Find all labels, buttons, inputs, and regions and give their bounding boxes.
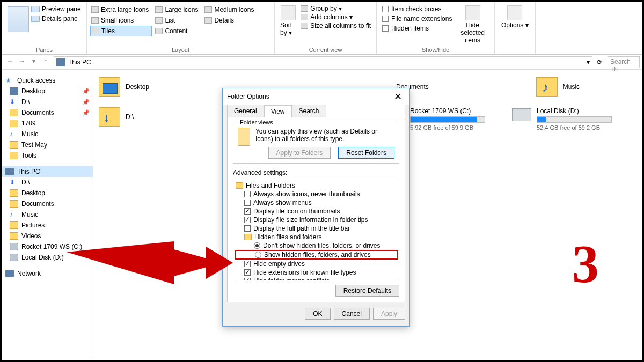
folder-views-group: Folder views You can apply this view (su… (233, 123, 399, 164)
tree-display-file-size[interactable]: Display file size information in folder … (235, 216, 398, 224)
sidebar-pc-d[interactable]: ⬇D:\ (2, 177, 93, 188)
folder-desktop[interactable]: Desktop (99, 77, 149, 97)
tree-always-icons[interactable]: Always show icons, never thumbnails (235, 190, 398, 198)
tree-full-path[interactable]: Display the full path in the title bar (235, 224, 398, 233)
add-columns-button[interactable]: Add columns ▾ (301, 13, 371, 21)
search-input[interactable]: Search Th (608, 56, 640, 68)
sidebar-pc-desktop[interactable]: Desktop (2, 188, 93, 198)
tree-always-menus[interactable]: Always show menus (235, 198, 398, 207)
tree-show-hidden[interactable]: Show hidden files, folders, and drives (235, 250, 398, 260)
preview-pane-button[interactable]: Preview pane (31, 5, 81, 13)
tab-search[interactable]: Search (292, 105, 326, 117)
folder-views-legend: Folder views (238, 119, 275, 125)
sidebar-item-tools[interactable]: Tools (2, 150, 93, 161)
showhide-group-label: Show/hide (380, 46, 491, 53)
ribbon-group-layout: Extra large icons Large icons Medium ico… (87, 2, 275, 54)
layout-content[interactable]: Content (154, 26, 201, 36)
apply-button[interactable]: Apply (373, 308, 405, 320)
size-all-columns-button[interactable]: Size all columns to fit (301, 22, 371, 29)
sidebar-item-testmay[interactable]: Test May (2, 139, 93, 150)
file-ext-check[interactable]: File name extensions (382, 15, 452, 23)
sidebar-nav: ★Quick access Desktop📌 ⬇D:\📌 Documents📌 … (2, 70, 93, 360)
layout-group-label: Layout (90, 46, 271, 53)
hide-selected-button[interactable]: Hide selected items (454, 4, 491, 45)
sidebar-pc-music[interactable]: ♪Music (2, 209, 93, 220)
sidebar-item-d[interactable]: ⬇D:\📌 (2, 97, 93, 107)
advanced-settings-label: Advanced settings: (233, 169, 399, 176)
sidebar-pc-pictures[interactable]: Pictures (2, 220, 93, 231)
annotation-number: 3 (572, 233, 599, 294)
tree-hidden-group: Hidden files and folders (235, 233, 398, 241)
apply-to-folders-button[interactable]: Apply to Folders (268, 147, 331, 159)
tab-view[interactable]: View (264, 105, 292, 117)
layout-list[interactable]: List (154, 15, 201, 26)
drive-c-bar (410, 116, 485, 123)
tree-hide-extensions[interactable]: Hide extensions for known file types (235, 268, 398, 277)
tree-hide-merge[interactable]: Hide folder merge conflicts (235, 277, 398, 280)
forward-button[interactable]: → (17, 57, 27, 67)
item-check-boxes-check[interactable]: Item check boxes (382, 5, 452, 13)
close-icon[interactable]: ✕ (391, 90, 405, 104)
hidden-items-check[interactable]: Hidden items (382, 25, 452, 32)
sidebar-item-desktop[interactable]: Desktop📌 (2, 86, 93, 97)
group-by-button[interactable]: Group by ▾ (301, 5, 371, 12)
drive-c[interactable]: Rocket 1709 WS (C:) 5.92 GB free of 59.9… (410, 107, 485, 131)
pin-icon: 📌 (82, 109, 90, 116)
layout-large[interactable]: Large icons (154, 4, 201, 15)
ribbon-group-panes: Preview pane Details pane Panes (2, 2, 87, 54)
svg-marker-0 (67, 241, 222, 284)
tab-general[interactable]: General (227, 105, 264, 117)
sidebar-quick-access[interactable]: ★Quick access (2, 75, 93, 86)
folder-d[interactable]: D:\ (99, 107, 134, 127)
ribbon: Preview pane Details pane Panes Extra la… (2, 2, 642, 55)
recent-button[interactable]: ▾ (29, 57, 39, 67)
drive-d[interactable]: Local Disk (D:) 52.4 GB free of 59.2 GB (512, 107, 612, 131)
layout-extra-large[interactable]: Extra large icons (90, 4, 152, 15)
sidebar-this-pc[interactable]: This PC (2, 166, 93, 177)
cancel-button[interactable]: Cancel (334, 308, 370, 320)
advanced-settings-tree[interactable]: Files and Folders Always show icons, nev… (233, 179, 399, 280)
preview-pane-label: Preview pane (42, 5, 81, 13)
address-box[interactable]: This PC ▾ (54, 56, 592, 68)
refresh-button[interactable]: ⟳ (597, 58, 605, 66)
layout-medium[interactable]: Medium icons (203, 4, 257, 15)
layout-tiles[interactable]: Tiles (90, 26, 152, 36)
svg-marker-1 (206, 247, 233, 279)
panes-group-label: Panes (5, 46, 83, 53)
tree-dont-show-hidden[interactable]: Don't show hidden files, folders, or dri… (235, 241, 398, 250)
address-bar: ← → ▾ ↑ This PC ▾ ⟳ Search Th (2, 55, 642, 70)
ribbon-group-showhide: Item check boxes File name extensions Hi… (377, 2, 495, 54)
navigation-pane-button[interactable] (8, 6, 29, 32)
sidebar-item-music[interactable]: ♪Music (2, 129, 93, 139)
tree-hide-empty-drives[interactable]: Hide empty drives (235, 260, 398, 268)
ribbon-group-currentview: Sort by ▾ Group by ▾ Add columns ▾ Size … (275, 2, 377, 54)
sidebar-pc-videos[interactable]: Videos (2, 231, 93, 241)
options-button[interactable]: Options ▾ (498, 4, 532, 30)
layout-details[interactable]: Details (203, 15, 257, 26)
sidebar-item-1709[interactable]: 1709 (2, 118, 93, 129)
up-button[interactable]: ↑ (41, 57, 50, 67)
restore-defaults-button[interactable]: Restore Defaults (335, 285, 399, 297)
ribbon-group-options: Options ▾ (495, 2, 536, 54)
currentview-group-label: Current view (278, 46, 373, 53)
dialog-titlebar[interactable]: Folder Options ✕ (223, 88, 409, 105)
layout-small[interactable]: Small icons (90, 15, 152, 26)
reset-folders-button[interactable]: Reset Folders (338, 147, 394, 159)
back-button[interactable]: ← (5, 57, 15, 67)
pin-icon: 📌 (82, 99, 90, 106)
sidebar-item-documents[interactable]: Documents📌 (2, 107, 93, 118)
details-pane-button[interactable]: Details pane (31, 15, 81, 23)
tree-root: Files and Folders (235, 181, 398, 190)
tree-display-file-icon[interactable]: Display file icon on thumbnails (235, 207, 398, 216)
folder-views-text: You can apply this view (such as Details… (255, 128, 394, 143)
pin-icon: 📌 (82, 88, 90, 95)
sidebar-pc-documents[interactable]: Documents (2, 198, 93, 209)
sort-by-button[interactable]: Sort by ▾ (278, 4, 298, 38)
disk-icon (512, 108, 531, 121)
details-pane-label: Details pane (42, 15, 78, 23)
folder-music[interactable]: Music (536, 77, 580, 97)
folder-options-dialog: Folder Options ✕ General View Search Fol… (222, 88, 410, 327)
dialog-title: Folder Options (227, 93, 391, 100)
ok-button[interactable]: OK (305, 308, 330, 320)
breadcrumb[interactable]: This PC (68, 58, 91, 66)
